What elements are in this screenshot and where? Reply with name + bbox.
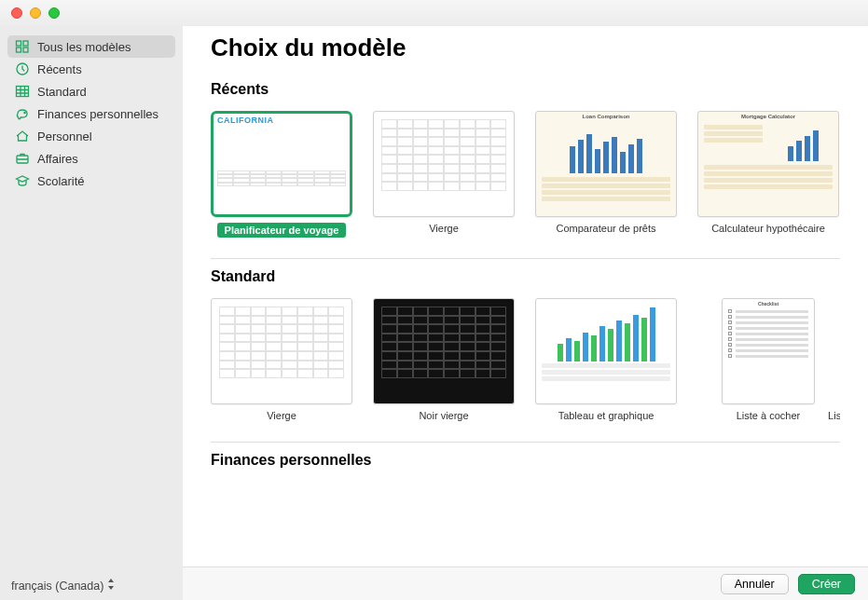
svg-rect-1 bbox=[23, 41, 28, 46]
sidebar-item-business[interactable]: Affaires bbox=[7, 147, 175, 170]
content: Choix du modèle Récents CALIFORNIA bbox=[183, 0, 868, 600]
sidebar-item-label: Standard bbox=[37, 85, 87, 99]
template-travel-planner[interactable]: CALIFORNIA Planificateur de voyage bbox=[211, 111, 352, 238]
titlebar bbox=[0, 0, 868, 26]
svg-rect-5 bbox=[17, 87, 29, 97]
recents-row: CALIFORNIA Planificateur de voyage bbox=[211, 111, 840, 238]
house-icon bbox=[15, 129, 30, 143]
template-thumbnail bbox=[373, 111, 515, 217]
template-thumbnail bbox=[535, 298, 677, 404]
sidebar-item-recents[interactable]: Récents bbox=[7, 58, 175, 80]
template-label: Noir vierge bbox=[419, 410, 468, 421]
chevron-updown-icon bbox=[107, 579, 115, 593]
graduation-cap-icon bbox=[15, 173, 30, 188]
template-label: Vierge bbox=[267, 410, 296, 421]
template-checklist[interactable]: Checklist Liste à bbox=[697, 298, 839, 421]
sidebar-item-personal[interactable]: Personnel bbox=[7, 125, 175, 147]
section-title-recents: Récents bbox=[211, 81, 840, 98]
svg-point-6 bbox=[24, 112, 25, 113]
sidebar-item-all-templates[interactable]: Tous les modèles bbox=[7, 35, 175, 58]
language-selector[interactable]: français (Canada) bbox=[0, 573, 183, 600]
sidebar-item-label: Affaires bbox=[37, 152, 78, 166]
sidebar-item-label: Finances personnelles bbox=[37, 107, 158, 121]
thumb-title: Mortgage Calculator bbox=[698, 112, 838, 121]
standard-row: Vierge bbox=[211, 298, 840, 421]
template-blank-dark[interactable]: Noir vierge bbox=[373, 298, 515, 421]
template-thumbnail: Checklist bbox=[722, 298, 815, 404]
template-label: Tableau et graphique bbox=[558, 410, 654, 421]
template-mortgage-calculator[interactable]: Mortgage Calculator Calculateur hypothéc… bbox=[697, 111, 839, 238]
template-thumbnail: Loan Comparison bbox=[535, 111, 677, 217]
template-thumbnail: Mortgage Calculator bbox=[697, 111, 839, 217]
minimize-button[interactable] bbox=[30, 7, 41, 19]
footer: Annuler Créer bbox=[183, 566, 868, 600]
thumb-title: CALIFORNIA bbox=[214, 114, 350, 127]
section-title-standard: Standard bbox=[211, 258, 840, 285]
template-label: Calculateur hypothécaire bbox=[711, 223, 825, 234]
sidebar: Tous les modèles Récents Standard Financ… bbox=[0, 0, 183, 600]
maximize-button[interactable] bbox=[48, 7, 60, 19]
table-icon bbox=[15, 84, 30, 99]
template-loan-comparison[interactable]: Loan Comparison Comparateur de prêts bbox=[535, 111, 677, 238]
template-blank[interactable]: Vierge bbox=[373, 111, 515, 238]
sidebar-item-label: Tous les modèles bbox=[37, 40, 131, 54]
thumb-title: Checklist bbox=[723, 299, 814, 308]
cancel-button[interactable]: Annuler bbox=[721, 574, 789, 594]
svg-rect-2 bbox=[17, 48, 21, 52]
template-thumbnail bbox=[373, 298, 515, 404]
sidebar-item-label: Scolarité bbox=[37, 174, 85, 188]
thumb-title: Loan Comparison bbox=[536, 112, 676, 121]
template-thumbnail bbox=[211, 298, 352, 404]
template-table-chart[interactable]: Tableau et graphique bbox=[535, 298, 677, 421]
template-label: Planificateur de voyage bbox=[217, 223, 347, 238]
sidebar-item-label: Récents bbox=[37, 62, 82, 76]
template-label: Vierge bbox=[429, 223, 459, 234]
template-blank-std[interactable]: Vierge bbox=[211, 298, 352, 421]
sidebar-item-education[interactable]: Scolarité bbox=[7, 170, 175, 192]
page-title: Choix du modèle bbox=[211, 34, 840, 62]
piggy-bank-icon bbox=[15, 106, 30, 121]
template-label: Liste à cocher avec totaux bbox=[828, 410, 840, 421]
sidebar-item-label: Personnel bbox=[37, 130, 92, 143]
svg-rect-0 bbox=[17, 41, 21, 46]
language-label: français (Canada) bbox=[11, 580, 103, 593]
template-thumbnail: CALIFORNIA bbox=[211, 111, 352, 217]
close-button[interactable] bbox=[11, 7, 22, 19]
template-label: Comparateur de prêts bbox=[557, 223, 656, 234]
sidebar-item-personal-finance[interactable]: Finances personnelles bbox=[7, 102, 175, 125]
grid-icon bbox=[15, 39, 30, 54]
svg-rect-3 bbox=[23, 48, 28, 52]
create-button[interactable]: Créer bbox=[798, 574, 855, 594]
briefcase-icon bbox=[15, 151, 30, 166]
section-title-finances: Finances personnelles bbox=[211, 442, 840, 469]
sidebar-item-standard[interactable]: Standard bbox=[7, 80, 175, 102]
clock-icon bbox=[15, 61, 30, 76]
template-label: Liste à cocher bbox=[737, 410, 800, 421]
